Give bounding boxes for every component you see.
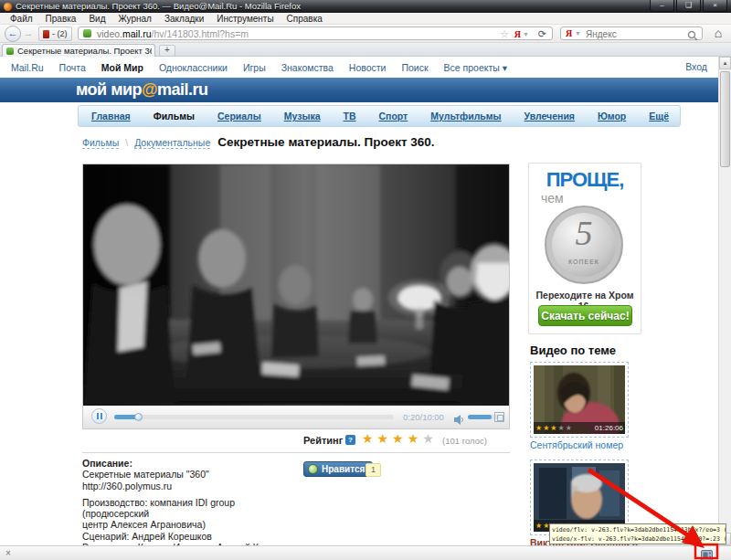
- session-restore-button[interactable]: - (2): [38, 26, 72, 41]
- description-line: Секретные материалы "360": [82, 469, 303, 480]
- navigation-toolbar: ← → - (2) video.mail.ru/hv/141803.html?h…: [0, 25, 731, 43]
- moymir-banner: мой мир@mail.ru: [0, 78, 718, 102]
- menu-file[interactable]: Файл: [4, 14, 39, 24]
- tab-yumor[interactable]: Юмор: [598, 111, 626, 122]
- minimize-button[interactable]: –: [650, 0, 674, 12]
- tab-favicon: [6, 48, 14, 55]
- nav-pochta[interactable]: Почта: [59, 62, 86, 73]
- nav-novosti[interactable]: Новости: [349, 62, 387, 73]
- video-frame-image: [83, 164, 509, 406]
- nav-mailru[interactable]: Mail.Ru: [11, 62, 44, 73]
- like-button[interactable]: Нравится: [303, 461, 373, 477]
- video-description: Описание: Секретные материалы "360" http…: [82, 458, 303, 545]
- breadcrumb-separator: \: [125, 137, 128, 148]
- tab-uvlecheniya[interactable]: Увлечения: [524, 111, 575, 122]
- tab-filmy[interactable]: Фильмы: [154, 111, 195, 122]
- window-titlebar[interactable]: Секретные материалы. Проект 360. — Видео…: [0, 0, 731, 13]
- rating-label: Рейтинг: [303, 435, 343, 446]
- scrollbar-thumb[interactable]: [720, 71, 730, 167]
- like-count-badge: 1: [366, 463, 381, 477]
- menu-view[interactable]: Вид: [82, 14, 111, 24]
- chrome-ad-banner[interactable]: ПРОЩЕ, чем 5 копеек Переходите на Хром 1…: [528, 163, 641, 334]
- close-button[interactable]: ×: [703, 0, 727, 12]
- tab-title: Секретные материалы. Проект 360. — Ви..: [17, 45, 152, 57]
- related-videos-heading: Видео по теме: [530, 343, 616, 357]
- related-video-thumb[interactable]: ★★★★★ 01:26:06: [530, 362, 629, 438]
- tab-muzyka[interactable]: Музыка: [284, 111, 321, 122]
- fullscreen-icon[interactable]: [494, 412, 504, 422]
- page-scrollbar[interactable]: ▲ ▼: [718, 57, 731, 545]
- breadcrumb: Фильмы \ Документальные Секретные матери…: [82, 135, 435, 153]
- firefox-icon: [4, 3, 12, 11]
- tooltip-line: video/flv: v-263.flv?k=3dab2dbe1154b13b6…: [552, 525, 724, 534]
- like-icon: [308, 464, 318, 474]
- breadcrumb-filmy[interactable]: Фильмы: [82, 137, 119, 149]
- back-button[interactable]: ←: [5, 26, 21, 42]
- status-bar: ×: [0, 545, 731, 560]
- tab-sport[interactable]: Спорт: [379, 111, 408, 122]
- menu-bookmarks[interactable]: Закладки: [158, 14, 210, 24]
- url-dropdown-icon[interactable]: ▼: [523, 27, 529, 41]
- extension-icon: [43, 30, 49, 38]
- forward-button[interactable]: →: [22, 27, 35, 39]
- player-controls: 0:20/10:00: [83, 406, 509, 428]
- description-heading: Описание:: [82, 458, 303, 469]
- coin-image: 5 копеек: [545, 206, 623, 284]
- description-line: центр Алексея Аграновича): [82, 519, 303, 530]
- related-video-link[interactable]: Сентябрьский номер: [530, 439, 623, 450]
- bookmark-star-icon[interactable]: ☆: [500, 27, 509, 41]
- nav-odnoklassniki[interactable]: Одноклассники: [159, 62, 228, 73]
- nav-moy-mir[interactable]: Мой Мир: [101, 62, 143, 73]
- nav-igry[interactable]: Игры: [243, 62, 266, 73]
- video-section-tabs: Главная Фильмы Сериалы Музыка ТВ Спорт М…: [78, 105, 681, 127]
- seek-bar[interactable]: [114, 415, 394, 419]
- search-engine-icon[interactable]: Я: [566, 27, 572, 39]
- volume-icon[interactable]: [454, 412, 464, 428]
- search-input[interactable]: [584, 28, 683, 40]
- menu-history[interactable]: Журнал: [111, 14, 158, 24]
- search-box[interactable]: Я ▼: [560, 26, 703, 40]
- seek-handle[interactable]: [134, 413, 143, 421]
- scrollbar-up-icon[interactable]: ▲: [719, 57, 731, 69]
- window-controls: – ❏ ×: [650, 0, 727, 12]
- ad-subheadline: чем: [541, 191, 564, 206]
- tab-esche[interactable]: Ещё: [649, 111, 669, 122]
- tooltip-line: video/x-flv: v-263.flv?k=3dab2dbe1154b13…: [552, 534, 724, 544]
- search-engine-dropdown-icon[interactable]: ▼: [575, 27, 581, 39]
- video-url-tooltip: video/flv: v-263.flv?k=3dab2dbe1154b13b6…: [549, 523, 726, 544]
- home-button[interactable]: ⌂: [710, 25, 726, 41]
- tab-serialy[interactable]: Сериалы: [217, 111, 261, 122]
- new-tab-button[interactable]: +: [159, 45, 175, 57]
- refresh-icon[interactable]: ⟳: [538, 27, 546, 41]
- description-line: http://360.polymus.ru: [82, 481, 303, 491]
- page-title: Секретные материалы. Проект 360.: [217, 135, 434, 149]
- url-bar[interactable]: video.mail.ru/hv/141803.html?hs=m ☆ Я ▼ …: [78, 26, 553, 40]
- tab-tv[interactable]: ТВ: [344, 111, 356, 122]
- rating-stars[interactable]: ★★★★★: [362, 431, 438, 446]
- tab-glavnaya[interactable]: Главная: [91, 111, 131, 122]
- nav-poisk[interactable]: Поиск: [401, 62, 428, 73]
- video-player[interactable]: 0:20/10:00: [82, 164, 510, 429]
- active-tab[interactable]: Секретные материалы. Проект 360. — Ви..: [2, 44, 155, 57]
- statusbar-close-icon[interactable]: ×: [5, 547, 11, 560]
- menu-edit[interactable]: Правка: [39, 14, 83, 24]
- menu-bar: Файл Правка Вид Журнал Закладки Инструме…: [0, 13, 731, 25]
- ad-download-button[interactable]: Скачать сейчас!: [538, 305, 632, 326]
- description-line: Сценарий: Андрей Корешков: [82, 531, 303, 542]
- menu-help[interactable]: Справка: [281, 14, 329, 24]
- thumb-meta-strip: ★★★★★ 01:26:06: [534, 422, 625, 434]
- breadcrumb-dokumentalnye[interactable]: Документальные: [134, 137, 210, 149]
- nav-vse-proekty[interactable]: Все проекты ▾: [444, 62, 507, 73]
- maximize-button[interactable]: ❏: [676, 0, 701, 12]
- login-link[interactable]: Вход: [685, 61, 707, 72]
- video-download-helper-icon[interactable]: [701, 548, 713, 559]
- menu-tools[interactable]: Инструменты: [210, 14, 280, 24]
- url-text: video.mail.ru/hv/141803.html?hs=m: [97, 27, 249, 41]
- yandex-bookmark-icon[interactable]: Я: [514, 27, 521, 41]
- nav-znakomstva[interactable]: Знакомства: [281, 62, 334, 73]
- volume-level: [468, 415, 492, 419]
- tab-multfilmy[interactable]: Мультфильмы: [430, 111, 501, 122]
- moymir-logo[interactable]: мой мир@mail.ru: [76, 80, 208, 100]
- pause-button[interactable]: [91, 408, 107, 424]
- rating-help-icon[interactable]: ?: [345, 435, 355, 445]
